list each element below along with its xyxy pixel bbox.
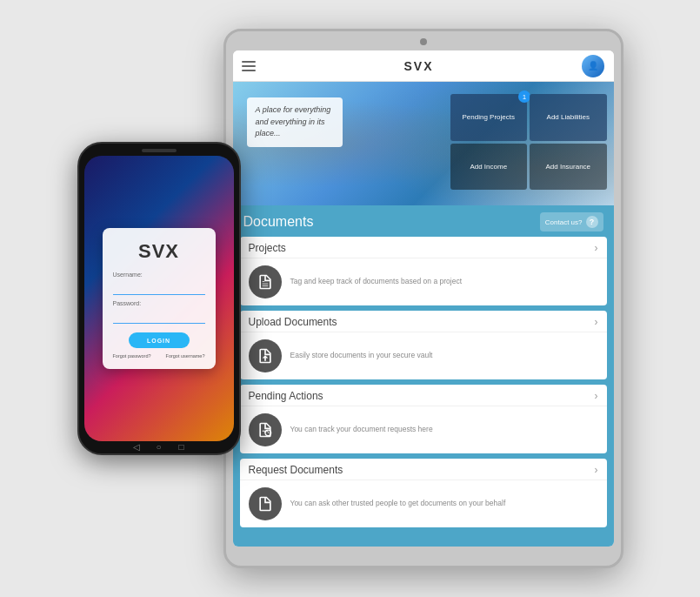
hamburger-line-2	[242, 65, 256, 67]
phone-back-button[interactable]: ◁	[131, 441, 142, 452]
phone-speaker	[142, 149, 177, 152]
app-title: SVX	[403, 59, 433, 73]
pending-projects-label: Pending Projects	[463, 113, 515, 121]
pending-actions-title: Pending Actions	[249, 390, 323, 402]
request-documents-description: You can ask other trusted people to get …	[290, 499, 506, 509]
pending-actions-svg-icon	[257, 421, 274, 439]
phone-nav-bar: ◁ ○ □	[131, 441, 187, 452]
phone-home-button[interactable]: ○	[154, 441, 164, 452]
upload-chevron-icon: ›	[595, 316, 598, 328]
contact-label: Contact us?	[545, 218, 583, 226]
contact-question-icon: ?	[586, 216, 598, 228]
upload-documents-icon	[249, 339, 282, 372]
request-documents-svg-icon	[257, 495, 274, 513]
projects-description: Tag and keep track of documents based on…	[290, 277, 463, 287]
add-insurance-label: Add Insurance	[545, 163, 590, 171]
hero-grid-add-insurance[interactable]: Add Insurance	[530, 144, 607, 191]
request-documents-chevron-icon: ›	[595, 464, 598, 476]
password-input[interactable]	[113, 312, 205, 324]
upload-svg-icon	[257, 347, 274, 365]
request-documents-card[interactable]: Request Documents ›	[240, 459, 607, 527]
hamburger-line-3	[242, 70, 256, 71]
user-avatar[interactable]: 👤	[582, 55, 604, 77]
hamburger-line-1	[242, 61, 256, 63]
request-documents-card-body: You can ask other trusted people to get …	[240, 480, 607, 527]
username-label: Username:	[113, 272, 205, 278]
phone-login-card: SVX Username: Password: LOGIN Forgot pas…	[103, 228, 216, 369]
hamburger-menu-button[interactable]	[242, 61, 256, 71]
pending-actions-icon	[249, 413, 282, 446]
forgot-password-link[interactable]: Forgot password?	[113, 353, 151, 359]
hero-grid-pending-projects[interactable]: Pending Projects 1	[450, 94, 528, 141]
projects-title: Projects	[249, 242, 286, 254]
phone-logo: SVX	[113, 240, 205, 263]
forgot-username-link[interactable]: Forgot username?	[166, 353, 205, 359]
projects-card-body: Tag and keep track of documents based on…	[240, 258, 607, 305]
upload-documents-card-body: Easily store documents in your secure va…	[240, 332, 607, 379]
contact-button[interactable]: Contact us? ?	[540, 212, 603, 231]
tablet-hero: A place for everything and everything in…	[233, 82, 614, 205]
tablet-screen: SVX 👤 A place for everything and everyth…	[233, 50, 614, 547]
tablet-header: SVX 👤	[233, 50, 614, 82]
projects-card[interactable]: Projects › Tag and keep	[240, 237, 607, 305]
pending-actions-chevron-icon: ›	[595, 390, 598, 402]
add-income-label: Add Income	[470, 163, 507, 171]
scene: SVX Username: Password: LOGIN Forgot pas…	[0, 0, 700, 597]
projects-chevron-icon: ›	[595, 242, 598, 254]
upload-documents-card-header: Upload Documents ›	[240, 311, 607, 332]
projects-svg-icon	[257, 273, 274, 291]
login-button[interactable]: LOGIN	[129, 332, 190, 348]
pending-actions-card-header: Pending Actions ›	[240, 385, 607, 406]
projects-card-header: Projects ›	[240, 237, 607, 258]
upload-documents-description: Easily store documents in your secure va…	[290, 351, 433, 361]
pending-actions-card[interactable]: Pending Actions ›	[240, 385, 607, 453]
pending-actions-description: You can track your document requests her…	[290, 425, 433, 435]
avatar-icon: 👤	[588, 61, 598, 70]
add-liabilities-label: Add Liabilities	[547, 113, 590, 121]
request-documents-icon	[249, 487, 282, 520]
password-label: Password:	[113, 300, 205, 306]
phone-recents-button[interactable]: □	[177, 441, 187, 452]
documents-header: Documents Contact us? ?	[233, 205, 614, 237]
projects-icon	[249, 265, 282, 298]
hero-tagline: A place for everything and everything in…	[256, 104, 334, 140]
documents-section: Documents Contact us? ? Projects ›	[233, 205, 614, 547]
request-documents-title: Request Documents	[249, 464, 343, 476]
hero-grid-add-liabilities[interactable]: Add Liabilities	[530, 94, 607, 141]
request-documents-card-header: Request Documents ›	[240, 459, 607, 480]
documents-list: Projects › Tag and keep	[233, 237, 614, 536]
pending-projects-badge: 1	[518, 91, 530, 103]
pending-actions-card-body: You can track your document requests her…	[240, 406, 607, 453]
upload-documents-card[interactable]: Upload Documents › Easil	[240, 311, 607, 379]
tablet-camera	[420, 38, 427, 45]
phone-links: Forgot password? Forgot username?	[113, 353, 205, 359]
hero-text-box: A place for everything and everything in…	[247, 97, 343, 147]
hero-grid: Pending Projects 1 Add Liabilities Add I…	[450, 94, 607, 190]
hero-grid-add-income[interactable]: Add Income	[450, 144, 528, 191]
username-input[interactable]	[113, 283, 205, 295]
phone-device: SVX Username: Password: LOGIN Forgot pas…	[77, 142, 241, 455]
phone-screen: SVX Username: Password: LOGIN Forgot pas…	[84, 156, 234, 441]
upload-documents-title: Upload Documents	[249, 316, 337, 328]
tablet-content: SVX 👤 A place for everything and everyth…	[233, 50, 614, 547]
documents-title: Documents	[243, 214, 314, 230]
tablet-device: SVX 👤 A place for everything and everyth…	[223, 29, 623, 568]
